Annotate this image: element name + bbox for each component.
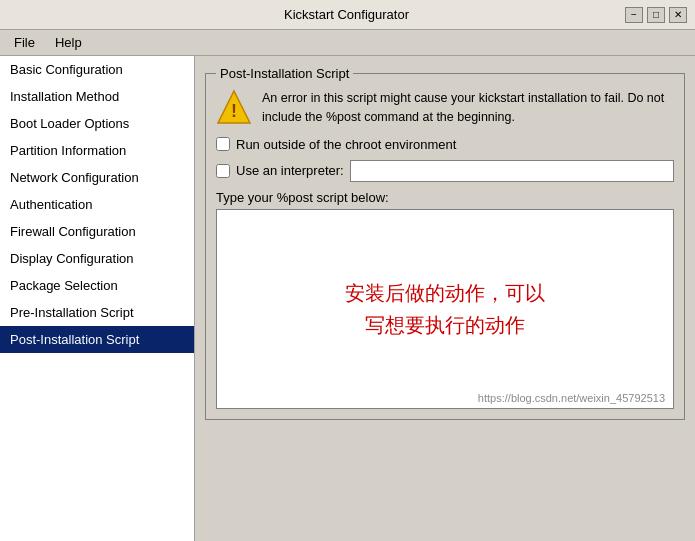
sidebar: Basic ConfigurationInstallation MethodBo… <box>0 56 195 541</box>
main-content: Basic ConfigurationInstallation MethodBo… <box>0 56 695 541</box>
right-panel: Post-Installation Script ! An error in t… <box>195 56 695 541</box>
sidebar-item-basic-configuration[interactable]: Basic Configuration <box>0 56 194 83</box>
script-chinese-text: 安装后做的动作，可以写想要执行的动作 <box>345 277 545 341</box>
titlebar-controls: − □ ✕ <box>625 7 687 23</box>
chroot-checkbox[interactable] <box>216 137 230 151</box>
sidebar-item-firewall-configuration[interactable]: Firewall Configuration <box>0 218 194 245</box>
sidebar-item-partition-information[interactable]: Partition Information <box>0 137 194 164</box>
sidebar-item-package-selection[interactable]: Package Selection <box>0 272 194 299</box>
sidebar-item-network-configuration[interactable]: Network Configuration <box>0 164 194 191</box>
sidebar-item-post-installation-script[interactable]: Post-Installation Script <box>0 326 194 353</box>
sidebar-item-installation-method[interactable]: Installation Method <box>0 83 194 110</box>
script-label: Type your %post script below: <box>216 190 674 205</box>
minimize-button[interactable]: − <box>625 7 643 23</box>
interpreter-checkbox-row: Use an interpreter: <box>216 160 674 182</box>
svg-text:!: ! <box>231 101 237 121</box>
maximize-button[interactable]: □ <box>647 7 665 23</box>
interpreter-checkbox[interactable] <box>216 164 230 178</box>
file-menu[interactable]: File <box>4 33 45 52</box>
script-display[interactable]: 安装后做的动作，可以写想要执行的动作 https://blog.csdn.net… <box>216 209 674 409</box>
help-menu[interactable]: Help <box>45 33 92 52</box>
close-button[interactable]: ✕ <box>669 7 687 23</box>
sidebar-item-authentication[interactable]: Authentication <box>0 191 194 218</box>
titlebar: Kickstart Configurator − □ ✕ <box>0 0 695 30</box>
chroot-checkbox-row: Run outside of the chroot environment <box>216 137 674 152</box>
warning-area: ! An error in this script might cause yo… <box>216 89 674 127</box>
interpreter-input[interactable] <box>350 160 674 182</box>
sidebar-item-boot-loader-options[interactable]: Boot Loader Options <box>0 110 194 137</box>
menubar: File Help <box>0 30 695 56</box>
warning-icon: ! <box>216 89 252 125</box>
watermark: https://blog.csdn.net/weixin_45792513 <box>478 392 665 404</box>
warning-text: An error in this script might cause your… <box>262 89 674 127</box>
chroot-label: Run outside of the chroot environment <box>236 137 456 152</box>
interpreter-label: Use an interpreter: <box>236 163 344 178</box>
group-title: Post-Installation Script <box>216 66 353 81</box>
post-installation-script-group: Post-Installation Script ! An error in t… <box>205 66 685 420</box>
sidebar-item-pre-installation-script[interactable]: Pre-Installation Script <box>0 299 194 326</box>
sidebar-item-display-configuration[interactable]: Display Configuration <box>0 245 194 272</box>
titlebar-title: Kickstart Configurator <box>68 7 625 22</box>
